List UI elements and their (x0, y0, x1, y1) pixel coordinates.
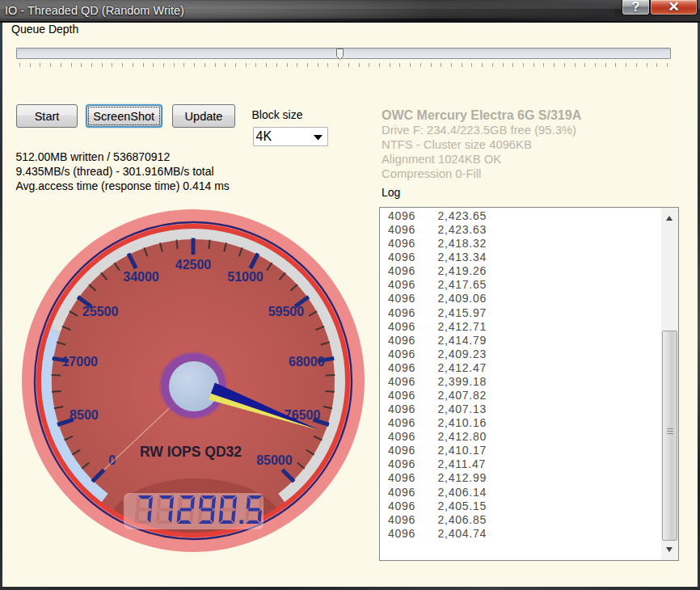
svg-text:RW IOPS QD32: RW IOPS QD32 (140, 444, 242, 460)
svg-text:25500: 25500 (82, 305, 119, 318)
svg-text:51000: 51000 (227, 270, 264, 284)
svg-text:8500: 8500 (70, 408, 99, 422)
svg-text:76500: 76500 (285, 408, 321, 422)
svg-text:68000: 68000 (289, 355, 325, 369)
svg-text:85000: 85000 (256, 453, 293, 467)
svg-text:34000: 34000 (123, 270, 159, 284)
svg-text:0: 0 (108, 453, 116, 467)
svg-text:59500: 59500 (268, 305, 305, 318)
svg-text:42500: 42500 (175, 258, 212, 272)
svg-text:17000: 17000 (61, 355, 98, 369)
